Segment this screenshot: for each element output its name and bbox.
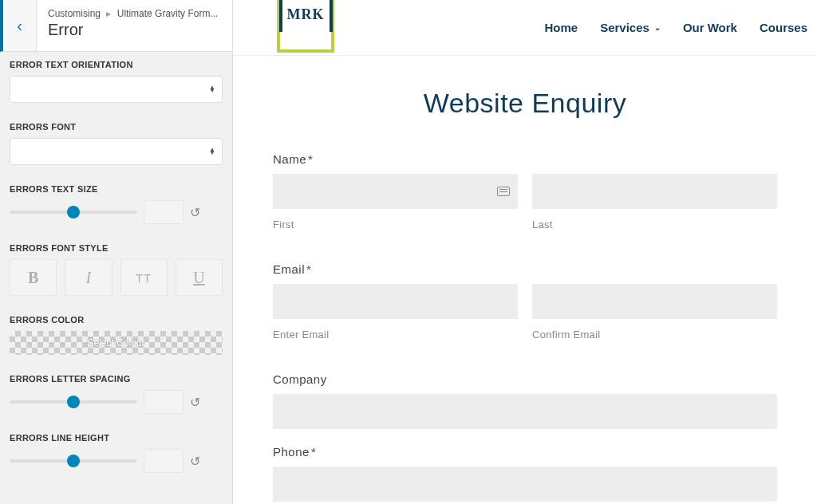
line-input[interactable] <box>144 449 184 473</box>
phone-label: Phone* <box>273 445 777 459</box>
letter-input[interactable] <box>144 390 184 414</box>
style-label: ERRORS FONT STYLE <box>10 243 223 253</box>
last-name-input[interactable] <box>532 174 777 209</box>
form-container: Website Enquiry Name* First Last Email* … <box>233 56 817 504</box>
back-button[interactable]: ‹ <box>3 0 37 51</box>
site-header: MRK Home Services⌄ Our Work Courses <box>233 0 817 56</box>
chevron-left-icon: ‹ <box>17 17 22 35</box>
style-buttons: B I TT U <box>10 259 223 296</box>
breadcrumb: Customising ▸ Ultimate Gravity Form... <box>48 8 221 19</box>
sidebar-header: ‹ Customising ▸ Ultimate Gravity Form...… <box>0 0 232 52</box>
underline-button[interactable]: U <box>176 259 223 296</box>
line-slider-row: ↺ <box>10 449 223 473</box>
font-label: ERRORS FONT <box>10 122 223 132</box>
italic-button[interactable]: I <box>65 259 112 296</box>
control-font: ERRORS FONT <box>10 122 223 165</box>
bold-button[interactable]: B <box>10 259 57 296</box>
color-picker-label: Select Colour <box>87 337 144 348</box>
email-field: Email* Enter Email Confirm Email <box>273 262 777 356</box>
site-preview: MRK Home Services⌄ Our Work Courses Webs… <box>233 0 817 504</box>
phone-field: Phone* <box>273 445 777 502</box>
customizer-sidebar: ‹ Customising ▸ Ultimate Gravity Form...… <box>0 0 233 504</box>
line-label: ERRORS LINE HEIGHT <box>10 433 223 443</box>
size-slider-row: ↺ <box>10 200 223 224</box>
name-label: Name* <box>273 152 777 166</box>
letter-slider-row: ↺ <box>10 390 223 414</box>
reset-icon[interactable]: ↺ <box>190 205 200 220</box>
control-letter-spacing: ERRORS LETTER SPACING ↺ <box>10 374 223 414</box>
sidebar-body: ERROR TEXT ORIENTATION ERRORS FONT ERROR… <box>0 52 232 504</box>
nav-our-work[interactable]: Our Work <box>683 21 737 34</box>
orientation-select[interactable] <box>10 76 223 103</box>
uppercase-icon: TT <box>136 271 152 285</box>
select-caret-icon <box>209 86 215 93</box>
contact-card-icon <box>497 187 510 196</box>
letter-slider[interactable] <box>10 400 137 404</box>
slider-knob-icon[interactable] <box>67 206 80 219</box>
nav-courses[interactable]: Courses <box>760 21 807 34</box>
control-orientation: ERROR TEXT ORIENTATION <box>10 60 223 103</box>
font-select[interactable] <box>10 138 223 165</box>
underline-icon: U <box>193 269 204 287</box>
enter-email-sublabel: Enter Email <box>273 329 518 341</box>
company-field: Company <box>273 372 777 429</box>
nav-services[interactable]: Services⌄ <box>600 21 661 34</box>
control-color: ERRORS COLOR Select Colour <box>10 315 223 355</box>
required-marker: * <box>308 152 313 166</box>
form-title: Website Enquiry <box>273 88 777 119</box>
italic-icon: I <box>86 269 92 287</box>
required-marker: * <box>306 262 311 276</box>
size-input[interactable] <box>144 200 184 224</box>
color-picker-button[interactable]: Select Colour <box>10 331 223 355</box>
uppercase-button[interactable]: TT <box>120 259 168 296</box>
slider-knob-icon[interactable] <box>67 396 80 408</box>
nav-home[interactable]: Home <box>544 21 578 34</box>
chevron-down-icon: ⌄ <box>654 23 661 32</box>
size-slider[interactable] <box>10 211 137 214</box>
first-sublabel: First <box>273 219 518 230</box>
site-logo[interactable]: MRK <box>277 0 334 53</box>
breadcrumb-section[interactable]: Ultimate Gravity Form... <box>117 8 219 19</box>
bold-icon: B <box>28 269 38 287</box>
email-label: Email* <box>273 262 777 276</box>
reset-icon[interactable]: ↺ <box>190 454 200 469</box>
company-label: Company <box>273 372 777 386</box>
letter-label: ERRORS LETTER SPACING <box>10 374 223 384</box>
last-sublabel: Last <box>532 219 777 230</box>
panel-title: Error <box>48 21 221 39</box>
control-line-height: ERRORS LINE HEIGHT ↺ <box>10 433 223 473</box>
company-input[interactable] <box>273 394 777 429</box>
first-name-input[interactable] <box>273 174 518 209</box>
chevron-right-icon: ▸ <box>106 8 111 19</box>
logo-text: MRK <box>279 0 333 32</box>
select-caret-icon <box>209 148 215 155</box>
line-slider[interactable] <box>10 459 137 463</box>
control-text-size: ERRORS TEXT SIZE ↺ <box>10 184 223 224</box>
breadcrumb-area: Customising ▸ Ultimate Gravity Form... E… <box>37 0 232 51</box>
control-font-style: ERRORS FONT STYLE B I TT U <box>10 243 223 296</box>
confirm-email-input[interactable] <box>532 284 777 319</box>
phone-input[interactable] <box>273 467 777 502</box>
confirm-email-sublabel: Confirm Email <box>532 329 777 341</box>
size-label: ERRORS TEXT SIZE <box>10 184 223 194</box>
name-field: Name* First Last <box>273 152 777 246</box>
orientation-label: ERROR TEXT ORIENTATION <box>10 60 223 69</box>
color-label: ERRORS COLOR <box>10 315 223 325</box>
required-marker: * <box>311 445 316 459</box>
email-input[interactable] <box>273 284 518 319</box>
main-nav: Home Services⌄ Our Work Courses <box>544 21 807 34</box>
slider-knob-icon[interactable] <box>67 455 80 467</box>
breadcrumb-root[interactable]: Customising <box>48 8 101 19</box>
reset-icon[interactable]: ↺ <box>190 395 200 410</box>
